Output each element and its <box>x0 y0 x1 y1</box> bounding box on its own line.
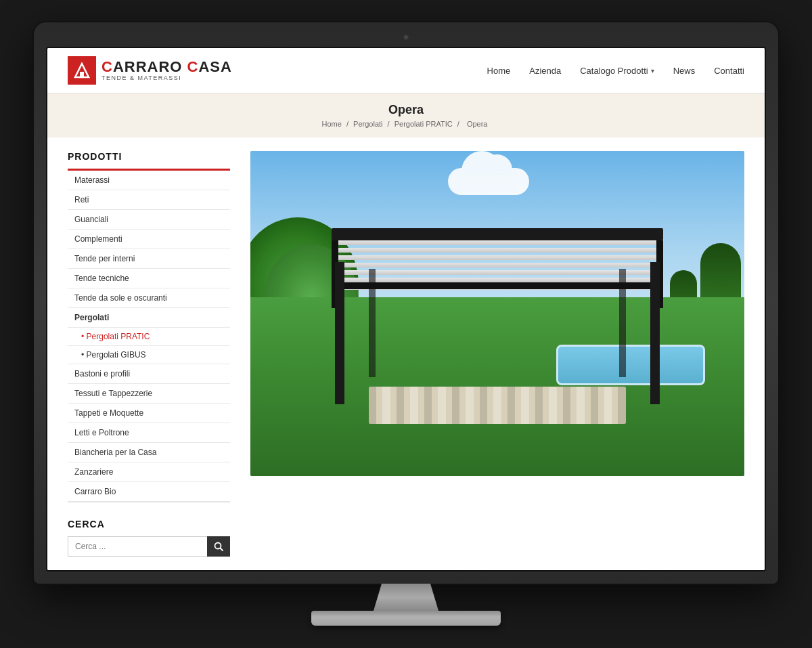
logo-subtitle: TENDE & MATERASSI <box>102 74 232 81</box>
logo-area: CARRARO CASA TENDE & MATERASSI <box>68 56 232 85</box>
search-title: CERCA <box>68 519 230 530</box>
camera-icon <box>403 35 409 40</box>
sidebar-item-complementi[interactable]: Complementi <box>68 230 230 249</box>
pergola <box>321 228 673 404</box>
breadcrumb-sep2: / <box>388 120 390 128</box>
product-image <box>250 151 744 476</box>
search-icon <box>214 542 223 551</box>
chevron-down-icon: ▾ <box>651 67 654 74</box>
breadcrumb-opera: Opera <box>467 120 488 128</box>
sidebar-item-carraro-bio[interactable]: Carraro Bio <box>68 482 230 502</box>
sidebar-item-reti[interactable]: Reti <box>68 190 230 210</box>
sidebar-item-bastoni[interactable]: Bastoni e profili <box>68 364 230 384</box>
main-nav: Home Azienda Catalogo Prodotti ▾ News Co… <box>487 66 744 76</box>
sidebar-products-title: PRODOTTI <box>68 151 230 162</box>
logo-brand: CARRARO CASA <box>102 60 232 74</box>
search-input[interactable] <box>68 536 207 557</box>
breadcrumb-pratic[interactable]: Pergolati PRATIC <box>394 120 453 128</box>
search-section: CERCA <box>68 519 230 557</box>
sidebar-item-materassi[interactable]: Materassi <box>68 171 230 190</box>
page-title: Opera <box>61 103 751 117</box>
nav-news[interactable]: News <box>673 66 696 76</box>
nav-azienda[interactable]: Azienda <box>529 66 561 76</box>
logo-text: CARRARO CASA TENDE & MATERASSI <box>102 60 232 81</box>
sidebar: PRODOTTI Materassi Reti Guanciali Comple… <box>68 151 230 557</box>
sidebar-item-tende-interni[interactable]: Tende per interni <box>68 249 230 269</box>
search-button[interactable] <box>207 536 230 557</box>
svg-rect-2 <box>80 72 84 77</box>
breadcrumb-sep1: / <box>346 120 348 128</box>
monitor-stand-base <box>311 611 501 626</box>
search-box <box>68 536 230 557</box>
sidebar-item-biancheria[interactable]: Biancheria per la Casa <box>68 443 230 462</box>
breadcrumb-pergolati[interactable]: Pergolati <box>353 120 382 128</box>
product-image-area <box>250 151 744 557</box>
svg-line-4 <box>221 548 223 551</box>
nav-catalogo[interactable]: Catalogo Prodotti ▾ <box>580 66 654 76</box>
main-content: PRODOTTI Materassi Reti Guanciali Comple… <box>47 137 765 570</box>
monitor-stand-neck <box>365 584 447 611</box>
sidebar-item-tessuti[interactable]: Tessuti e Tappezzerie <box>68 384 230 404</box>
site-header: CARRARO CASA TENDE & MATERASSI Home Azie… <box>47 48 765 93</box>
sidebar-item-gibus[interactable]: Pergolati GIBUS <box>68 346 230 364</box>
breadcrumb-home[interactable]: Home <box>322 120 342 128</box>
sidebar-item-pratic[interactable]: Pergolati PRATIC <box>68 328 230 346</box>
sidebar-menu: Materassi Reti Guanciali Complementi Ten… <box>68 169 230 502</box>
logo-icon <box>68 56 96 85</box>
monitor-screen: CARRARO CASA TENDE & MATERASSI Home Azie… <box>46 47 766 571</box>
monitor-body: CARRARO CASA TENDE & MATERASSI Home Azie… <box>34 22 778 584</box>
nav-contatti[interactable]: Contatti <box>714 66 744 76</box>
sidebar-item-tende-tecniche[interactable]: Tende tecniche <box>68 269 230 288</box>
page-title-bar: Opera Home / Pergolati / Pergolati PRATI… <box>47 93 765 137</box>
sidebar-item-guanciali[interactable]: Guanciali <box>68 210 230 230</box>
sidebar-item-pergolati[interactable]: Pergolati <box>68 308 230 328</box>
sidebar-item-letti[interactable]: Letti e Poltrone <box>68 423 230 443</box>
sidebar-item-zanzariere[interactable]: Zanzariere <box>68 462 230 482</box>
sidebar-item-tende-sole[interactable]: Tende da sole e oscuranti <box>68 288 230 308</box>
sidebar-item-tappeti[interactable]: Tappeti e Moquette <box>68 404 230 423</box>
cloud-decoration <box>448 168 529 195</box>
monitor-wrapper: CARRARO CASA TENDE & MATERASSI Home Azie… <box>34 22 778 626</box>
nav-home[interactable]: Home <box>487 66 511 76</box>
breadcrumb: Home / Pergolati / Pergolati PRATIC / Op… <box>61 120 751 128</box>
breadcrumb-sep3: / <box>457 120 459 128</box>
